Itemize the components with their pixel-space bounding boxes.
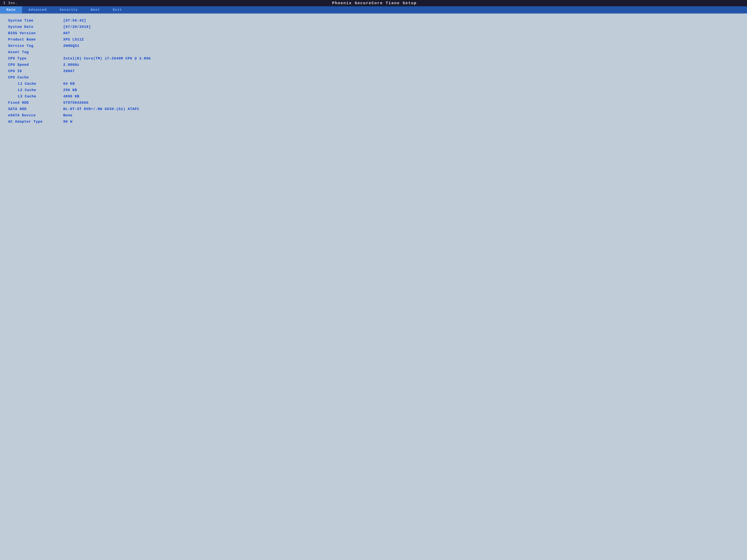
info-label-16: AC Adapter Type bbox=[8, 120, 63, 124]
info-row-4: Service Tag2WHGQS1 bbox=[8, 44, 739, 48]
info-value-4: 2WHGQS1 bbox=[63, 44, 79, 48]
info-row-11: L2 Cache256 KB bbox=[8, 88, 739, 92]
info-row-10: L1 Cache64 KB bbox=[8, 82, 739, 86]
info-label-13: Fixed HDD bbox=[8, 101, 63, 105]
info-row-3: Product NameXPS L511Z bbox=[8, 37, 739, 42]
info-label-8: CPU ID bbox=[8, 69, 63, 73]
bios-title-center: Phoenix SecureCore Tiano Setup bbox=[332, 1, 417, 5]
info-label-3: Product Name bbox=[8, 37, 63, 42]
info-row-8: CPU ID206A7 bbox=[8, 69, 739, 73]
info-value-11: 256 KB bbox=[63, 88, 77, 92]
info-value-3: XPS L511Z bbox=[63, 37, 84, 42]
info-value-16: 90 W bbox=[63, 120, 73, 124]
bios-vendor-left: I Inc. bbox=[3, 1, 18, 5]
info-label-7: CPU Speed bbox=[8, 63, 63, 67]
info-value-13: ST9750420AS bbox=[63, 101, 88, 105]
info-value-2: A07 bbox=[63, 31, 70, 35]
info-row-9: CPU Cache bbox=[8, 76, 739, 80]
main-content-area: System Time[07:56:42]System Date[07/20/2… bbox=[0, 14, 747, 560]
info-row-13: Fixed HDDST9750420AS bbox=[8, 101, 739, 105]
info-label-5: Asset Tag bbox=[8, 50, 63, 54]
info-row-1: System Date[07/20/2019] bbox=[8, 25, 739, 29]
info-rows-container: System Time[07:56:42]System Date[07/20/2… bbox=[8, 19, 739, 124]
info-value-15: None bbox=[63, 113, 73, 117]
info-value-14: HL-DT-ST DVD+/-RW GS30-(S1) ATAPI bbox=[63, 107, 139, 111]
info-label-6: CPU Type bbox=[8, 57, 63, 61]
info-row-15: eSATA DeviceNone bbox=[8, 113, 739, 117]
info-row-6: CPU TypeIntel(R) Core(TM) i7-2640M CPU @… bbox=[8, 57, 739, 61]
menu-item-security[interactable]: Security bbox=[53, 6, 84, 13]
info-row-0: System Time[07:56:42] bbox=[8, 19, 739, 23]
info-row-16: AC Adapter Type90 W bbox=[8, 120, 739, 124]
info-row-7: CPU Speed2.80GHz bbox=[8, 63, 739, 67]
info-label-4: Service Tag bbox=[8, 44, 63, 48]
info-value-0: [07:56:42] bbox=[63, 19, 86, 23]
info-value-6: Intel(R) Core(TM) i7-2640M CPU @ 2.80G bbox=[63, 57, 151, 61]
info-row-14: SATA ODDHL-DT-ST DVD+/-RW GS30-(S1) ATAP… bbox=[8, 107, 739, 111]
menu-item-advanced[interactable]: Advanced bbox=[22, 6, 53, 13]
info-label-0: System Time bbox=[8, 19, 63, 23]
info-label-15: eSATA Device bbox=[8, 113, 63, 117]
info-row-5: Asset Tag bbox=[8, 50, 739, 54]
info-value-8: 206A7 bbox=[63, 69, 75, 73]
info-label-14: SATA ODD bbox=[8, 107, 63, 111]
info-row-2: BIOS VersionA07 bbox=[8, 31, 739, 35]
info-label-2: BIOS Version bbox=[8, 31, 63, 35]
info-value-12: 4096 KB bbox=[63, 95, 79, 99]
info-value-10: 64 KB bbox=[63, 82, 75, 86]
info-label-9: CPU Cache bbox=[8, 76, 63, 80]
menu-bar: MainAdvancedSecurityBootExit bbox=[0, 6, 747, 13]
menu-item-boot[interactable]: Boot bbox=[84, 6, 106, 13]
info-label-1: System Date bbox=[8, 25, 63, 29]
info-value-1: [07/20/2019] bbox=[63, 25, 91, 29]
menu-item-exit[interactable]: Exit bbox=[106, 6, 128, 13]
info-label-11: L2 Cache bbox=[8, 88, 63, 92]
menu-item-main[interactable]: Main bbox=[0, 6, 22, 13]
info-label-10: L1 Cache bbox=[8, 82, 63, 86]
info-label-12: L3 Cache bbox=[8, 95, 63, 99]
info-row-12: L3 Cache4096 KB bbox=[8, 95, 739, 99]
info-value-7: 2.80GHz bbox=[63, 63, 79, 67]
